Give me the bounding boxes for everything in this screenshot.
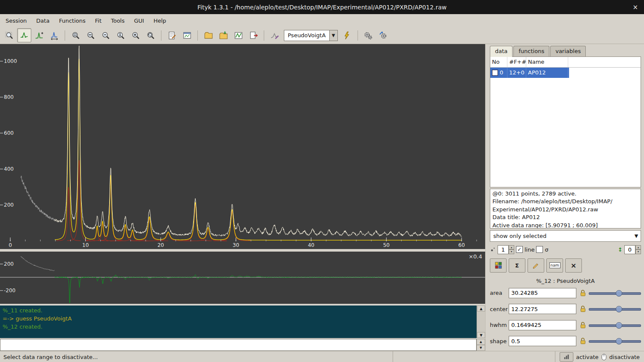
sigma-checkbox[interactable] (536, 246, 543, 253)
slider-thumb[interactable] (616, 322, 622, 329)
command-input[interactable] (0, 339, 477, 351)
scroll-up-icon[interactable]: ▲ (477, 306, 485, 312)
point-size-icon (490, 246, 496, 252)
panel-splitter[interactable] (485, 44, 489, 351)
edit-button[interactable] (528, 258, 544, 273)
open-data-button[interactable] (201, 28, 215, 42)
spin-up-icon[interactable]: ▴ (635, 245, 641, 250)
menu-session[interactable]: Session (1, 15, 32, 26)
menu-help[interactable]: Help (149, 15, 171, 26)
zoom-out-button[interactable] (98, 28, 113, 42)
data-info-box: @0: 3011 points, 2789 active. Filename: … (490, 189, 641, 228)
snapshot-button[interactable] (180, 28, 194, 42)
svg-text:-200: -200 (4, 288, 15, 294)
auto-add-button[interactable] (340, 28, 354, 42)
param-center-slider[interactable] (589, 305, 641, 313)
menu-tools[interactable]: Tools (106, 15, 129, 26)
param-shape-input[interactable] (509, 336, 576, 346)
main-plot-canvas[interactable]: 10008006004002000102030405060 (0, 44, 485, 249)
tab-functions[interactable]: functions (513, 46, 549, 56)
shift-input[interactable] (624, 245, 635, 254)
column-header-functions[interactable]: #F+# (507, 57, 526, 67)
menu-gui[interactable]: GUI (129, 15, 149, 26)
open-data-custom-button[interactable] (216, 28, 230, 42)
zoom-previous-button[interactable] (143, 28, 158, 42)
line-checkbox[interactable]: ✓ (516, 246, 523, 253)
slider-thumb[interactable] (616, 306, 622, 312)
main-plot[interactable]: 10008006004002000102030405060 (0, 44, 485, 249)
lock-icon[interactable] (580, 290, 586, 297)
drag-peak-icon (50, 31, 59, 40)
log-button[interactable] (165, 28, 179, 42)
spin-up-icon[interactable]: ▴ (509, 245, 514, 250)
add-peak-mode-button[interactable] (32, 28, 46, 42)
param-area-slider[interactable] (589, 289, 641, 297)
drag-peak-mode-button[interactable] (47, 28, 61, 42)
slider-thumb[interactable] (616, 290, 622, 297)
slider-thumb[interactable] (616, 338, 622, 344)
menu-functions[interactable]: Functions (54, 15, 90, 26)
scroll-down-icon[interactable]: ▼ (477, 332, 485, 338)
toolbar-separator (197, 30, 198, 41)
window-title: Fityk 1.3.1 - /home/aleplo/test/Desktop/… (197, 4, 447, 11)
chevron-down-icon: ▼ (632, 233, 641, 239)
param-center-input[interactable] (509, 304, 576, 314)
param-label: area (490, 290, 509, 296)
column-header-name[interactable]: Name (526, 57, 568, 67)
row-checkbox[interactable] (492, 70, 498, 76)
delete-button[interactable]: × (565, 258, 582, 273)
zoom-horizontal-button[interactable] (83, 28, 98, 42)
tab-data[interactable]: data (490, 46, 513, 57)
column-header-no[interactable]: No (490, 57, 507, 67)
aux-plot[interactable]: 200-200×0.4 (0, 252, 485, 304)
data-range-mode-button[interactable] (17, 28, 31, 42)
lock-icon[interactable] (580, 338, 586, 344)
export-button[interactable] (246, 28, 260, 42)
history-up-icon[interactable]: ▲ (477, 339, 485, 345)
aux-plot-canvas[interactable]: 200-200×0.4 (0, 252, 485, 304)
console-scrollbar[interactable]: ▲ ▼ (477, 306, 485, 338)
zoom-mode-button[interactable] (2, 28, 16, 42)
zoom-vertical-button[interactable] (113, 28, 128, 42)
rename-button[interactable]: nam (546, 258, 563, 273)
shift-stepper[interactable]: ▴▾ (624, 245, 641, 254)
spin-down-icon[interactable]: ▾ (509, 249, 514, 254)
pencil-icon (532, 261, 540, 269)
point-size-input[interactable] (498, 245, 509, 254)
table-row[interactable]: 0 12+0 AP012 (490, 68, 569, 78)
history-arrows[interactable]: ▲ ▼ (477, 339, 485, 351)
param-hwhm-input[interactable] (509, 320, 576, 330)
history-down-icon[interactable]: ▼ (477, 345, 485, 351)
lock-icon[interactable] (580, 306, 586, 312)
spin-down-icon[interactable]: ▾ (635, 249, 641, 254)
fit-run-button[interactable] (361, 28, 376, 42)
close-icon[interactable]: × (632, 0, 638, 14)
menu-data[interactable]: Data (32, 15, 54, 26)
tab-variables[interactable]: variables (550, 46, 586, 56)
svg-text:60: 60 (458, 242, 465, 248)
menu-fit[interactable]: Fit (90, 15, 106, 26)
activate-label: activate (576, 354, 599, 360)
fit-undo-button[interactable] (376, 28, 391, 42)
svg-text:200: 200 (4, 261, 14, 267)
slider-track (589, 292, 641, 295)
status-icon-button[interactable] (560, 352, 573, 362)
row-name-cell: AP012 (526, 68, 568, 78)
zoom-all-button[interactable] (69, 28, 83, 42)
param-shape-slider[interactable] (589, 337, 641, 345)
sum-button[interactable]: Σ (509, 258, 525, 273)
zoom-in-button[interactable] (128, 28, 143, 42)
data-list[interactable]: No #F+# Name 0 12+0 AP012 (490, 56, 641, 187)
data-colors-button[interactable] (490, 258, 507, 273)
point-size-stepper[interactable]: ▴▾ (498, 245, 514, 254)
param-area-input[interactable] (509, 288, 576, 298)
disactivate-label: disactivate (609, 354, 640, 360)
filter-dropdown[interactable]: show only selected ▼ (490, 230, 641, 242)
function-type-select[interactable]: PseudoVoigtA ▼ (284, 30, 338, 41)
data-range-icon (20, 31, 29, 40)
save-session-button[interactable] (231, 28, 245, 42)
plot-column: 10008006004002000102030405060 200-200×0.… (0, 44, 485, 351)
strip-background-button[interactable] (268, 28, 282, 42)
param-hwhm-slider[interactable] (589, 321, 641, 329)
lock-icon[interactable] (580, 322, 586, 329)
